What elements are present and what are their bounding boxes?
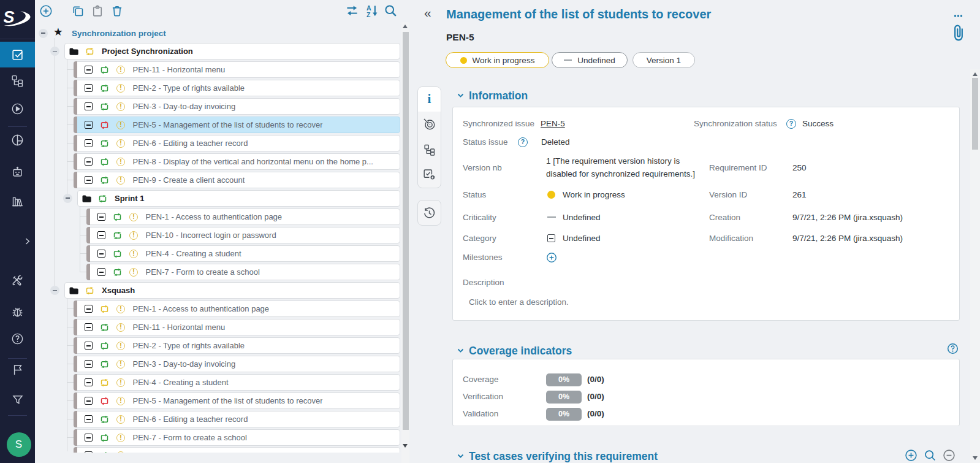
svg-text:Z: Z — [367, 11, 371, 18]
svg-text:S: S — [4, 9, 15, 26]
